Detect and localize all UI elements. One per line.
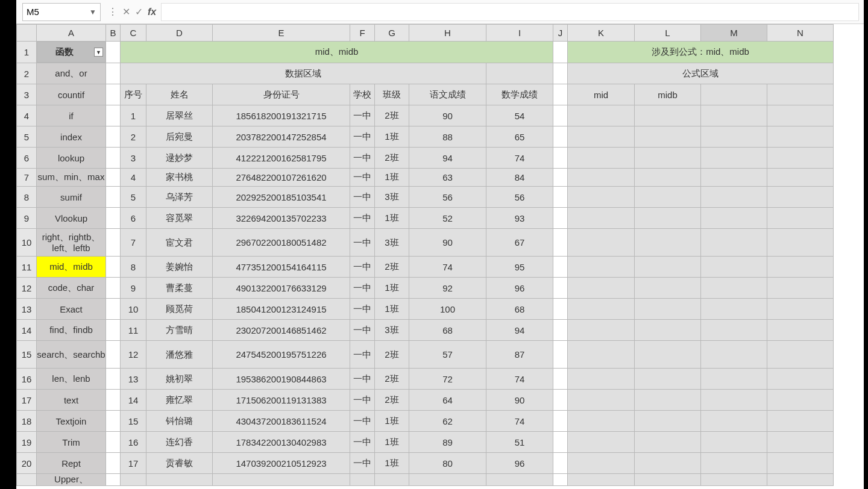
column-header-D[interactable]: D bbox=[146, 25, 213, 42]
formula-cell[interactable] bbox=[701, 148, 767, 169]
formula-cell[interactable] bbox=[568, 278, 635, 299]
table-cell[interactable]: 4 bbox=[121, 169, 146, 187]
cell-j4[interactable] bbox=[553, 105, 568, 126]
cell-j6[interactable] bbox=[553, 148, 568, 169]
table-cell[interactable]: 1班 bbox=[375, 126, 409, 148]
cell-j7[interactable] bbox=[553, 169, 568, 187]
table-cell[interactable]: 92 bbox=[409, 278, 486, 299]
table-cell[interactable]: 居翠丝 bbox=[146, 105, 213, 126]
formula-cell[interactable] bbox=[701, 229, 767, 257]
sidebar-item[interactable]: if bbox=[37, 105, 106, 126]
cell-j20[interactable] bbox=[553, 453, 568, 474]
check-icon[interactable]: ✓ bbox=[135, 6, 143, 17]
table-cell[interactable]: 296702200180051482 bbox=[213, 229, 350, 257]
cell-j9[interactable] bbox=[553, 208, 568, 229]
table-cell[interactable]: 一中 bbox=[350, 341, 375, 369]
column-header-M[interactable]: M bbox=[701, 25, 767, 42]
table-cell[interactable]: 56 bbox=[409, 187, 486, 208]
cell-b12[interactable] bbox=[106, 278, 121, 299]
formula-cell[interactable] bbox=[568, 105, 635, 126]
table-cell[interactable]: 87 bbox=[486, 341, 553, 369]
formula-header-3[interactable] bbox=[767, 84, 834, 105]
formula-cell[interactable] bbox=[635, 208, 701, 229]
sidebar-item[interactable]: Textjoin bbox=[37, 411, 106, 432]
formula-header-1[interactable]: midb bbox=[635, 84, 701, 105]
table-cell[interactable]: 96 bbox=[486, 278, 553, 299]
partial[interactable] bbox=[106, 474, 121, 486]
sidebar-item[interactable]: Upper、 bbox=[37, 474, 106, 486]
row-header-1[interactable]: 1 bbox=[17, 42, 37, 63]
formula-cell[interactable] bbox=[767, 390, 834, 411]
table-cell[interactable]: 90 bbox=[409, 105, 486, 126]
column-header-C[interactable]: C bbox=[121, 25, 146, 42]
formula-cell[interactable] bbox=[701, 208, 767, 229]
table-cell[interactable]: 一中 bbox=[350, 369, 375, 390]
row-header-18[interactable]: 18 bbox=[17, 411, 37, 432]
table-cell[interactable]: 一中 bbox=[350, 148, 375, 169]
formula-cell[interactable] bbox=[635, 390, 701, 411]
formula-cell[interactable] bbox=[568, 320, 635, 341]
formula-cell[interactable] bbox=[701, 105, 767, 126]
table-cell[interactable]: 姜婉怡 bbox=[146, 257, 213, 278]
formula-cell[interactable] bbox=[635, 169, 701, 187]
cancel-icon[interactable]: ✕ bbox=[122, 6, 130, 17]
formula-cell[interactable] bbox=[568, 299, 635, 320]
formula-cell[interactable] bbox=[701, 299, 767, 320]
formula-cell[interactable] bbox=[635, 453, 701, 474]
table-cell[interactable]: 3班 bbox=[375, 320, 409, 341]
cell-j18[interactable] bbox=[553, 411, 568, 432]
cell-j1[interactable] bbox=[553, 42, 568, 63]
cell-j8[interactable] bbox=[553, 187, 568, 208]
cell-j17[interactable] bbox=[553, 390, 568, 411]
table-cell[interactable]: 钭怡璐 bbox=[146, 411, 213, 432]
formula-cell[interactable] bbox=[701, 453, 767, 474]
table-cell[interactable]: 185041200123124915 bbox=[213, 299, 350, 320]
column-header-J[interactable]: J bbox=[553, 25, 568, 42]
table-cell[interactable]: 一中 bbox=[350, 432, 375, 453]
table-cell[interactable]: 容觅翠 bbox=[146, 208, 213, 229]
sidebar-item[interactable]: Vlookup bbox=[37, 208, 106, 229]
cell-b2[interactable] bbox=[106, 63, 121, 84]
table-cell[interactable]: 雍忆翠 bbox=[146, 390, 213, 411]
table-cell[interactable]: 1班 bbox=[375, 453, 409, 474]
table-cell[interactable]: 64 bbox=[409, 390, 486, 411]
data-header-4[interactable]: 班级 bbox=[375, 84, 409, 105]
sidebar-item[interactable]: sumif bbox=[37, 187, 106, 208]
table-cell[interactable]: 96 bbox=[486, 453, 553, 474]
cell-b5[interactable] bbox=[106, 126, 121, 148]
table-cell[interactable]: 姚初翠 bbox=[146, 369, 213, 390]
cell-j5[interactable] bbox=[553, 126, 568, 148]
table-cell[interactable]: 90 bbox=[409, 229, 486, 257]
formula-cell[interactable] bbox=[701, 169, 767, 187]
data-area-header[interactable]: 数据区域 bbox=[121, 63, 486, 84]
table-cell[interactable]: 74 bbox=[486, 148, 553, 169]
table-cell[interactable]: 93 bbox=[486, 208, 553, 229]
cell-b3[interactable] bbox=[106, 84, 121, 105]
formula-cell[interactable] bbox=[568, 208, 635, 229]
formula-cell[interactable] bbox=[767, 369, 834, 390]
formula-cell[interactable] bbox=[635, 432, 701, 453]
formula-cell[interactable] bbox=[701, 320, 767, 341]
sidebar-item[interactable]: Rept bbox=[37, 453, 106, 474]
formula-cell[interactable] bbox=[767, 278, 834, 299]
table-cell[interactable]: 72 bbox=[409, 369, 486, 390]
cell-j16[interactable] bbox=[553, 369, 568, 390]
cell-a1-functions[interactable]: 函数▼ bbox=[37, 42, 105, 63]
table-cell[interactable]: 17 bbox=[121, 453, 146, 474]
cell-j13[interactable] bbox=[553, 299, 568, 320]
row-header-10[interactable]: 10 bbox=[17, 229, 37, 257]
cell-b10[interactable] bbox=[106, 229, 121, 257]
table-cell[interactable]: 1 bbox=[121, 105, 146, 126]
partial[interactable] bbox=[146, 474, 213, 486]
table-cell[interactable]: 8 bbox=[121, 257, 146, 278]
formula-cell[interactable] bbox=[568, 229, 635, 257]
row-header-3[interactable]: 3 bbox=[17, 84, 37, 105]
sidebar-item[interactable]: len、lenb bbox=[37, 369, 106, 390]
formula-cell[interactable] bbox=[767, 299, 834, 320]
cell-j3[interactable] bbox=[553, 84, 568, 105]
table-cell[interactable]: 方雪晴 bbox=[146, 320, 213, 341]
formula-cell[interactable] bbox=[767, 187, 834, 208]
row-header-[interactable] bbox=[17, 474, 37, 486]
sidebar-item[interactable]: Exact bbox=[37, 299, 106, 320]
table-cell[interactable]: 一中 bbox=[350, 126, 375, 148]
